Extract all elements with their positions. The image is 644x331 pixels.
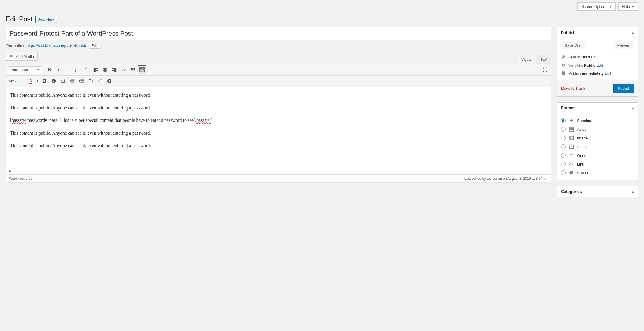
horizontal-rule-button[interactable]: [17, 77, 26, 85]
edit-schedule-link[interactable]: Edit: [605, 71, 611, 76]
edit-status-link[interactable]: Edit: [591, 55, 597, 59]
publish-heading: Publish: [561, 30, 576, 35]
quote-icon: “: [568, 152, 574, 158]
toggle-panel-icon[interactable]: ▲: [631, 190, 634, 193]
visibility-icon: [561, 63, 566, 67]
calendar-icon: [561, 71, 566, 76]
svg-rect-7: [19, 81, 23, 81]
categories-heading: Categories: [561, 189, 582, 194]
text-color-button[interactable]: A: [26, 77, 35, 85]
help-button[interactable]: Help▼: [618, 2, 638, 11]
radio-icon: [561, 162, 566, 166]
blockquote-button[interactable]: “: [82, 65, 91, 74]
editor-paragraph: This content is public. Anyone can see i…: [10, 104, 547, 112]
redo-button[interactable]: [96, 77, 104, 85]
svg-rect-11: [570, 128, 573, 129]
outdent-button[interactable]: [68, 77, 77, 85]
chevron-down-icon: ▼: [37, 68, 40, 71]
format-option-aside[interactable]: Aside: [561, 125, 634, 134]
edit-visibility-link[interactable]: Edit: [597, 63, 603, 67]
svg-rect-12: [570, 129, 573, 130]
add-media-button[interactable]: Add Media: [6, 52, 38, 61]
align-center-button[interactable]: [101, 65, 109, 74]
move-to-trash-link[interactable]: Move to Trash: [561, 86, 585, 91]
svg-rect-5: [141, 69, 142, 70]
bold-button[interactable]: B: [45, 65, 54, 74]
undo-button[interactable]: [87, 77, 95, 85]
editor-paragraph: This content is public. Anyone can see i…: [10, 142, 547, 149]
image-icon: [568, 135, 574, 141]
radio-icon: [561, 118, 566, 123]
aside-icon: [568, 126, 574, 132]
edit-permalink-button[interactable]: Edit: [89, 43, 100, 49]
editor-paragraph: This content is public. Anyone can see i…: [10, 129, 547, 137]
format-option-quote[interactable]: “ Quote: [561, 151, 634, 160]
chevron-down-icon: ▼: [609, 5, 612, 8]
svg-rect-3: [143, 68, 144, 69]
post-title-input[interactable]: [6, 27, 551, 40]
format-select[interactable]: Paragraph ▼: [8, 66, 42, 73]
link-icon: [568, 161, 574, 167]
paste-text-button[interactable]: [40, 77, 49, 85]
format-option-standard[interactable]: Standard: [561, 116, 634, 125]
format-option-video[interactable]: Video: [561, 142, 634, 151]
preview-button[interactable]: Preview: [614, 41, 634, 49]
permalink-link[interactable]: https://test.kinsta.com/part-of-post/: [27, 43, 86, 48]
numbered-list-button[interactable]: [73, 65, 82, 74]
editor-element-path[interactable]: P: [6, 168, 551, 174]
svg-rect-1: [140, 68, 141, 69]
text-color-dropdown[interactable]: ▼: [36, 77, 40, 85]
radio-icon: [561, 136, 566, 140]
screen-options-button[interactable]: Screen Options▼: [577, 2, 616, 11]
fullscreen-button[interactable]: [541, 65, 549, 74]
save-draft-button[interactable]: Save Draft: [561, 41, 586, 49]
read-more-button[interactable]: [128, 65, 137, 74]
tab-text[interactable]: Text: [536, 55, 551, 64]
svg-rect-2: [141, 68, 142, 69]
strikethrough-button[interactable]: ABC: [8, 77, 16, 85]
svg-rect-6: [143, 69, 144, 70]
add-new-button[interactable]: Add New: [35, 16, 57, 23]
media-icon: [10, 54, 14, 59]
publish-button[interactable]: Publish: [613, 84, 634, 93]
video-icon: [568, 144, 574, 150]
align-right-button[interactable]: [110, 65, 119, 74]
link-button[interactable]: [119, 65, 128, 74]
last-edited: Last edited by testadmin on August 2, 20…: [464, 176, 548, 181]
special-character-button[interactable]: Ω: [59, 77, 67, 85]
svg-point-14: [570, 137, 571, 138]
status-icon: [568, 170, 574, 176]
pushpin-icon: [568, 118, 574, 124]
bullet-list-button[interactable]: [64, 65, 72, 74]
indent-button[interactable]: [77, 77, 86, 85]
page-title: Edit Post: [6, 15, 32, 23]
format-option-image[interactable]: Image: [561, 134, 634, 142]
align-left-button[interactable]: [91, 65, 100, 74]
radio-icon: [561, 144, 566, 149]
publish-metabox: Publish ▲ Save Draft Preview Status: Dra…: [557, 27, 638, 97]
italic-button[interactable]: I: [54, 65, 63, 74]
keyboard-help-button[interactable]: ?: [105, 77, 114, 85]
toggle-panel-icon[interactable]: ▲: [631, 31, 634, 34]
editor-paragraph: This content is public. Anyone can see i…: [10, 91, 547, 99]
format-option-link[interactable]: Link: [561, 160, 634, 168]
editor-paragraph: [passster password="pass"]This is super …: [10, 117, 547, 124]
tab-visual[interactable]: Visual: [517, 55, 536, 64]
format-metabox: Format ▲ Standard Aside: [557, 102, 638, 180]
editor-content-area[interactable]: This content is public. Anyone can see i…: [6, 87, 551, 168]
radio-icon: [561, 127, 566, 132]
svg-rect-4: [140, 69, 141, 70]
categories-metabox: Categories ▲: [557, 186, 638, 197]
svg-point-16: [569, 171, 573, 174]
format-option-status[interactable]: Status: [561, 168, 634, 177]
radio-icon: [561, 170, 566, 175]
format-heading: Format: [561, 106, 575, 110]
svg-text:?: ?: [108, 80, 110, 83]
chevron-down-icon: ▼: [632, 5, 634, 8]
clear-formatting-button[interactable]: [49, 77, 58, 85]
radio-icon: [561, 153, 566, 158]
word-count: Word count: 66: [9, 176, 32, 181]
permalink-row: Permalink: https://test.kinsta.com/part-…: [6, 40, 551, 52]
toggle-panel-icon[interactable]: ▲: [631, 106, 634, 110]
toolbar-toggle-button[interactable]: [138, 65, 146, 74]
